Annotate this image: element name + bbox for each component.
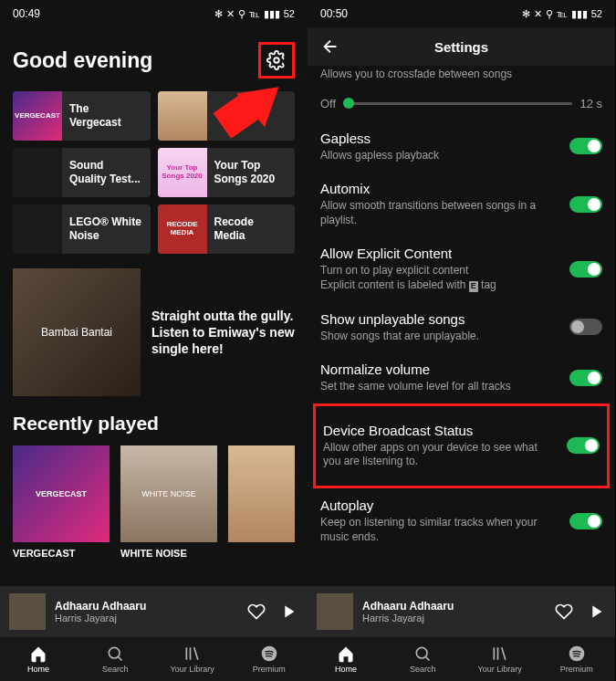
tile-art: VERGECAST (13, 91, 62, 141)
toggle[interactable] (569, 319, 602, 335)
toggle[interactable] (569, 370, 602, 386)
status-time: 00:50 (320, 7, 348, 20)
shortcut-tile[interactable]: VERGECASTThe Vergecast (13, 91, 151, 141)
svg-point-0 (274, 58, 279, 63)
now-playing-title: Adhaaru Adhaaru (362, 600, 546, 613)
library-icon (183, 644, 202, 663)
promo-art: Bambai Bantai (13, 268, 141, 396)
setting-crossfade-partial: Allows you to crossfade between songs (320, 66, 602, 91)
status-icons: ✻✕⚲℡▮▮▮ 52 (522, 8, 602, 20)
tile-label: Your Top Songs 2020 (207, 159, 296, 186)
shortcut-tile[interactable]: Your Top Songs 2020Your Top Songs 2020 (158, 148, 296, 197)
nav-label: Your Library (478, 665, 522, 674)
recent-item[interactable]: VERGECASTVERGECAST (13, 445, 110, 559)
home-content[interactable]: VERGECASTThe VergecastSound Quality Test… (0, 91, 308, 586)
now-playing-artist: Harris Jayaraj (362, 613, 546, 623)
now-playing-artist: Harris Jayaraj (55, 613, 238, 623)
shortcut-tile[interactable]: Sound Quality Test... (13, 148, 151, 197)
bottom-nav: HomeSearchYour LibraryPremium (308, 637, 615, 681)
tile-art: RECODE MEDIA (158, 204, 207, 254)
library-icon (491, 644, 509, 663)
nav-label: Premium (560, 665, 593, 674)
now-playing-bar[interactable]: Adhaaru Adhaaru Harris Jayaraj (0, 586, 308, 637)
setting-title: Gapless (320, 131, 602, 146)
greeting-text: Good evening (13, 48, 152, 73)
recently-played-row[interactable]: VERGECASTVERGECASTWHITE NOISEWHITE NOISE (13, 445, 295, 559)
nav-search[interactable]: Search (77, 637, 153, 681)
now-playing-bar[interactable]: Adhaaru Adhaaru Harris Jayaraj (308, 586, 615, 637)
settings-title: Settings (340, 39, 582, 55)
nav-your-library[interactable]: Your Library (462, 637, 538, 681)
recent-item[interactable]: WHITE NOISEWHITE NOISE (120, 445, 217, 559)
recent-art: WHITE NOISE (120, 445, 217, 542)
recently-played-title: Recently played (13, 413, 295, 435)
slider-track[interactable] (343, 102, 572, 105)
now-playing-art (9, 593, 46, 630)
setting-sub: Set the same volume level for all tracks (320, 380, 602, 394)
promo-card[interactable]: Bambai Bantai Straight outta the gully. … (13, 268, 295, 396)
nav-search[interactable]: Search (384, 637, 461, 681)
home-icon (29, 644, 47, 663)
now-playing-title: Adhaaru Adhaaru (55, 600, 238, 613)
crossfade-slider[interactable]: Off 12 s (320, 91, 602, 121)
setting-sub: Keep on listening to similar tracks when… (320, 516, 602, 544)
spotify-icon (260, 644, 278, 663)
header: Good evening (0, 27, 308, 91)
back-icon[interactable] (320, 37, 340, 57)
toggle[interactable] (567, 437, 600, 454)
setting-show-unplayable-songs: Show unplayable songsShow songs that are… (320, 302, 602, 353)
toggle[interactable] (569, 138, 602, 154)
shortcut-tile[interactable]: RECODE MEDIARecode Media (158, 204, 296, 254)
setting-automix: AutomixAllow smooth transitions between … (320, 172, 602, 236)
tile-art: Your Top Songs 2020 (158, 148, 207, 197)
setting-sub: Allow other apps on your device to see w… (323, 441, 600, 469)
search-icon (106, 644, 124, 663)
svg-point-1 (110, 647, 120, 658)
tile-label: Recode Media (207, 215, 296, 243)
promo-text: Straight outta the gully. Listen to Emiw… (151, 308, 295, 358)
spotify-icon (568, 644, 586, 663)
setting-normalize-volume: Normalize volumeSet the same volume leve… (320, 352, 602, 403)
setting-autoplay: AutoplayKeep on listening to similar tra… (320, 488, 602, 553)
nav-label: Your Library (171, 665, 214, 674)
setting-title: Show unplayable songs (320, 311, 602, 327)
nav-premium[interactable]: Premium (231, 637, 308, 681)
tile-label: Sound Quality Test... (62, 159, 151, 186)
home-screen: 00:49 ✻✕⚲℡▮▮▮ 52 Good evening VERGECASTT… (0, 0, 308, 681)
setting-title: Device Broadcast Status (323, 423, 600, 438)
nav-home[interactable]: Home (0, 637, 77, 681)
heart-icon[interactable] (555, 602, 573, 621)
play-icon[interactable] (586, 602, 606, 622)
toggle[interactable] (569, 196, 602, 213)
nav-home[interactable]: Home (308, 637, 384, 681)
status-bar: 00:50 ✻✕⚲℡▮▮▮ 52 (308, 0, 615, 27)
setting-device-broadcast-status: Device Broadcast StatusAllow other apps … (323, 414, 600, 478)
recent-label: WHITE NOISE (120, 548, 217, 559)
search-icon (413, 644, 432, 663)
nav-label: Search (410, 665, 436, 674)
recent-item[interactable] (228, 445, 295, 559)
shortcut-grid: VERGECASTThe VergecastSound Quality Test… (13, 91, 295, 254)
slider-thumb[interactable] (343, 98, 354, 109)
gear-icon[interactable] (266, 50, 287, 70)
setting-title: Normalize volume (320, 361, 602, 377)
status-icons: ✻✕⚲℡▮▮▮ 52 (214, 8, 295, 20)
settings-list[interactable]: Allows you to crossfade between songs Of… (308, 66, 615, 586)
nav-your-library[interactable]: Your Library (154, 637, 231, 681)
shortcut-tile[interactable]: LEGO® White Noise (13, 204, 151, 254)
tile-label: The Vergecast (62, 102, 151, 130)
toggle[interactable] (569, 513, 602, 529)
status-time: 00:49 (13, 7, 40, 20)
setting-title: Autoplay (320, 498, 602, 513)
heart-icon[interactable] (247, 602, 266, 621)
bottom-nav: HomeSearchYour LibraryPremium (0, 637, 308, 681)
now-playing-art (317, 593, 353, 630)
play-icon[interactable] (278, 602, 298, 622)
shortcut-tile[interactable] (158, 91, 296, 141)
nav-premium[interactable]: Premium (538, 637, 615, 681)
tile-label: LEGO® White Noise (62, 215, 151, 243)
home-icon (337, 644, 355, 663)
setting-gapless: GaplessAllows gapless playback (320, 121, 602, 173)
toggle[interactable] (569, 261, 602, 278)
nav-label: Premium (253, 665, 286, 674)
